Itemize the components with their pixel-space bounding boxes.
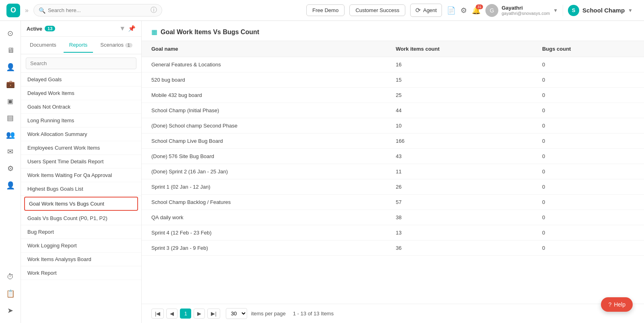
sidebar-icon-settings[interactable]: ⚙: [3, 161, 18, 176]
cell-goal-name: Sprint 1 (02 Jan - 12 Jan): [142, 179, 386, 195]
first-page-button[interactable]: |◀: [151, 309, 164, 319]
agent-button[interactable]: ⟳ Agent: [410, 4, 442, 17]
project-name: School Champ: [582, 7, 625, 14]
cell-bugs-count: 0: [533, 72, 644, 88]
report-header: ▦ Goal Work Items Vs Bugs Count: [142, 21, 644, 41]
report-item-users-spent-time-details-report[interactable]: Users Spent Time Details Report: [21, 155, 141, 169]
table-row: School Champ Backlog / Features 57 0: [142, 195, 644, 210]
sidebar-icon-tv[interactable]: 🖥: [3, 43, 18, 58]
page-1-button[interactable]: 1: [180, 309, 191, 319]
cell-work-items-count: 13: [386, 225, 533, 241]
global-search-bar: 🔍 ⓘ: [33, 4, 162, 16]
table-row: (Done) Sprint 2 (16 Jan - 25 Jan) 11 0: [142, 164, 644, 179]
report-title-icon: ▦: [151, 28, 157, 36]
sidebar-icon-dashboard[interactable]: ⊙: [3, 26, 18, 41]
prev-page-button[interactable]: ◀: [166, 309, 178, 319]
user-email: gayathri@snovasys.com: [502, 11, 550, 16]
tab-scenarios[interactable]: Scenarios1: [95, 38, 138, 53]
per-page-select[interactable]: 10203050: [226, 308, 247, 319]
table-row: Mobile 432 bug board 25 0: [142, 88, 644, 103]
cell-goal-name: General Features & Locations: [142, 57, 386, 72]
notification-button[interactable]: 🔔31: [472, 6, 481, 15]
scenarios-badge: 1: [125, 43, 132, 47]
table-row: Sprint 4 (12 Feb - 23 Feb) 13 0: [142, 225, 644, 241]
report-item-work-items-waiting-for-qa-approval[interactable]: Work Items Waiting For Qa Approval: [21, 169, 141, 182]
search-icon: 🔍: [39, 7, 45, 14]
sidebar-icon-user[interactable]: 👤: [3, 60, 18, 75]
cell-work-items-count: 57: [386, 195, 533, 210]
customer-success-button[interactable]: Customer Success: [349, 4, 405, 16]
report-item-goal-work-items-vs-bugs-count[interactable]: Goal Work Items Vs Bugs Count: [24, 197, 138, 211]
pin-icon[interactable]: 📌: [128, 25, 136, 32]
panel-header: Active 13 ▼ 📌: [21, 21, 141, 37]
sidebar-icon-card[interactable]: ▤: [3, 110, 18, 125]
tab-documents[interactable]: Documents: [24, 38, 62, 53]
table-row: Sprint 1 (02 Jan - 12 Jan) 26 0: [142, 179, 644, 195]
cell-work-items-count: 43: [386, 149, 533, 164]
cell-work-items-count: 38: [386, 210, 533, 225]
main-layout: ⊙ 🖥 👤 💼 ▣ ▤ 👥 ✉ ⚙ 👤 ⏱ 📋 ➤ Active 13 ▼ 📌: [0, 21, 644, 323]
cell-work-items-count: 15: [386, 72, 533, 88]
sidebar-icons: ⊙ 🖥 👤 💼 ▣ ▤ 👥 ✉ ⚙ 👤 ⏱ 📋 ➤: [0, 21, 21, 323]
cell-work-items-count: 10: [386, 118, 533, 134]
sidebar-icon-mail[interactable]: ✉: [3, 144, 18, 159]
tab-bar: Documents Reports Scenarios1 Runs Activi…: [21, 37, 141, 54]
sidebar-icon-clock[interactable]: ⏱: [3, 269, 18, 284]
cell-bugs-count: 0: [533, 195, 644, 210]
report-item-delayed-work-items[interactable]: Delayed Work Items: [21, 86, 141, 100]
cell-bugs-count: 0: [533, 210, 644, 225]
free-demo-button[interactable]: Free Demo: [306, 4, 345, 16]
sidebar-icon-report[interactable]: 📋: [3, 286, 18, 301]
tab-reports[interactable]: Reports: [64, 38, 93, 53]
table-row: General Features & Locations 16 0: [142, 57, 644, 72]
report-item-work-report[interactable]: Work Report: [21, 266, 141, 280]
cell-bugs-count: 0: [533, 149, 644, 164]
report-item-bug-report[interactable]: Bug Report: [21, 225, 141, 239]
user-area[interactable]: G Gayathri gayathri@snovasys.com ▼: [485, 4, 558, 17]
sidebar-icon-person2[interactable]: 👤: [3, 178, 18, 193]
last-page-button[interactable]: ▶|: [207, 309, 220, 319]
cell-goal-name: School Champ (Initial Phase): [142, 103, 386, 118]
user-name: Gayathri: [502, 5, 550, 11]
notification-badge: 31: [476, 4, 483, 9]
cell-goal-name: School Champ Live Bug Board: [142, 134, 386, 149]
chevron-down-filter-icon[interactable]: ▼: [119, 25, 126, 32]
global-search-input[interactable]: [48, 7, 148, 13]
cell-work-items-count: 36: [386, 241, 533, 256]
report-item-goals-vs-bugs-count[interactable]: Goals Vs Bugs Count (P0, P1, P2): [21, 212, 141, 225]
report-item-work-logging-report[interactable]: Work Logging Report: [21, 239, 141, 253]
settings-icon-button[interactable]: ⚙: [460, 6, 467, 15]
col-bugs-count: Bugs count: [533, 41, 644, 57]
cell-goal-name: Sprint 4 (12 Feb - 23 Feb): [142, 225, 386, 241]
report-search-input[interactable]: [26, 58, 136, 69]
top-nav: O » 🔍 ⓘ Free Demo Customer Success ⟳ Age…: [0, 0, 644, 21]
cell-goal-name: (Done) 576 Site Bug Board: [142, 149, 386, 164]
document-icon-button[interactable]: 📄: [447, 6, 456, 15]
nav-expand-icon[interactable]: »: [25, 7, 29, 14]
sidebar-icon-send[interactable]: ➤: [3, 303, 18, 318]
table-row: 520 bug board 15 0: [142, 72, 644, 88]
sidebar-icon-team[interactable]: 👥: [3, 127, 18, 142]
cell-goal-name: (Done) School champ Second Phase: [142, 118, 386, 134]
report-item-employees-current-work-items[interactable]: Employees Current Work Items: [21, 141, 141, 155]
cell-bugs-count: 0: [533, 164, 644, 179]
col-goal-name: Goal name: [142, 41, 386, 57]
report-item-work-allocation-summary[interactable]: Work Allocation Summary: [21, 128, 141, 141]
user-info: Gayathri gayathri@snovasys.com: [502, 5, 550, 16]
help-button[interactable]: ? Help: [601, 297, 633, 312]
report-item-highest-bugs-goals-list[interactable]: Highest Bugs Goals List: [21, 182, 141, 196]
agent-label: Agent: [423, 7, 437, 13]
report-item-goals-not-ontrack[interactable]: Goals Not Ontrack: [21, 100, 141, 114]
report-item-work-items-analysys-board[interactable]: Work Items Analysys Board: [21, 253, 141, 266]
cell-bugs-count: 0: [533, 57, 644, 72]
sidebar-icon-monitor[interactable]: ▣: [3, 93, 18, 109]
cell-goal-name: 520 bug board: [142, 72, 386, 88]
avatar: G: [485, 4, 498, 17]
sidebar-icon-briefcase[interactable]: 💼: [3, 76, 18, 92]
cell-goal-name: Sprint 3 (29 Jan - 9 Feb): [142, 241, 386, 256]
project-selector[interactable]: S School Champ ▼: [563, 5, 638, 16]
next-page-button[interactable]: ▶: [194, 309, 205, 319]
report-item-long-running-items[interactable]: Long Running Items: [21, 114, 141, 128]
active-label: Active: [27, 26, 42, 32]
report-item-delayed-goals[interactable]: Delayed Goals: [21, 73, 141, 86]
